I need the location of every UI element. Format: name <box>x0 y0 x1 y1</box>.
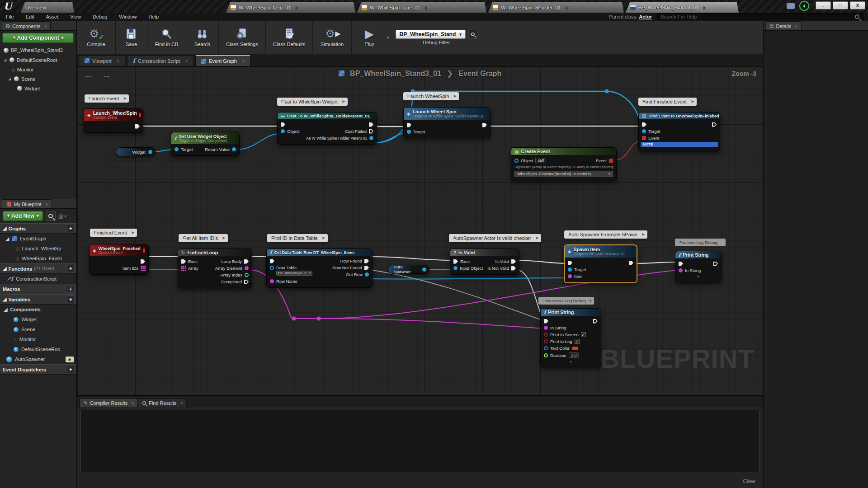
add-component-button[interactable]: + Add Component ▾ <box>2 33 74 43</box>
event-delegate-out-pin[interactable] <box>609 159 613 163</box>
comment-get-all[interactable]: Get All item ID's➤ <box>179 234 228 242</box>
add-variable-button[interactable]: + <box>67 296 75 303</box>
variable-scene[interactable]: Scene <box>0 324 76 334</box>
close-icon[interactable]: x <box>703 5 705 10</box>
node-foreachloop[interactable]: ↻ ForEachLoop Exec Loop Body Array Array… <box>178 249 252 288</box>
tab-viewport[interactable]: Viewport x <box>79 55 125 66</box>
variable-autospawner[interactable]: AutoSpawner ◉ <box>0 354 76 364</box>
close-icon[interactable]: x <box>132 400 134 405</box>
comment-finished-event[interactable]: Finished Event➤ <box>90 229 137 237</box>
close-icon[interactable]: x <box>242 59 245 64</box>
node-get-data-table-row[interactable]: f Get Data Table Row DT_WheelSpin_Items … <box>266 249 373 288</box>
object-value-box[interactable]: self <box>535 158 546 163</box>
pin-icon[interactable]: ➤ <box>690 99 694 104</box>
exec-out-pin[interactable] <box>712 122 717 127</box>
add-function-button[interactable]: + <box>67 265 75 272</box>
pin-icon[interactable]: ➤ <box>131 230 134 235</box>
menu-edit[interactable]: Edit <box>20 14 40 19</box>
close-icon[interactable]: x <box>795 23 797 28</box>
subsection-components[interactable]: ◢ Components <box>0 305 76 314</box>
comment-launch-wheelspin[interactable]: Launch WheelSpin➤ <box>403 92 459 100</box>
tab-my-blueprint-panel[interactable]: 📕 My Blueprint x <box>2 199 52 208</box>
section-functions[interactable]: ◢ Functions (21 Overri + <box>0 263 76 274</box>
comment-success-log[interactable]: Success Log Debug <box>675 239 726 246</box>
event-signature-dropdown[interactable]: WheelSpin_Finished(ItemIDs) -> ItemIDs ▾ <box>514 171 613 177</box>
marketplace-icon[interactable]: ♦ <box>799 1 809 11</box>
duration-value-box[interactable]: 1.0 <box>569 352 579 358</box>
node-launch-wheelspin-event[interactable]: ◈ Launch_WheelSpin Custom Event <box>84 108 143 133</box>
object-out-pin[interactable] <box>422 267 426 272</box>
close-icon[interactable]: x <box>117 58 119 63</box>
row-not-found-out-pin[interactable] <box>364 266 369 270</box>
pin-icon[interactable]: ➤ <box>341 99 345 104</box>
comment-bind-finished[interactable]: Bind Finished Event➤ <box>638 98 697 106</box>
node-cast-to-whilespine-holderparent[interactable]: ▸▸ Cast To W_WhileSpine_HolderParent_01 … <box>277 112 377 145</box>
add-graph-button[interactable]: + <box>67 225 75 232</box>
parent-class-link[interactable]: Actor <box>639 14 652 19</box>
input-object-in-pin[interactable] <box>453 266 458 270</box>
add-macro-button[interactable]: + <box>67 285 75 293</box>
node-get-user-widget[interactable]: f Get User Widget Object Target is Widge… <box>171 132 240 156</box>
itemids-array-out-pin[interactable] <box>141 266 142 267</box>
node-auto-spawner-getter[interactable]: Auto Spawner <box>388 265 429 274</box>
item-constructionscript[interactable]: ↗f ConstructionScript <box>0 274 76 284</box>
menu-asset[interactable]: Asset <box>40 14 65 19</box>
node-create-event[interactable]: ▤ Create Event Object self Event Signatu… <box>511 147 617 181</box>
exec-in-pin[interactable] <box>568 261 572 265</box>
play-button[interactable]: ▶ Play <box>352 21 387 54</box>
pin-icon[interactable]: ▾ <box>590 298 592 303</box>
in-string-in-pin[interactable] <box>679 268 683 272</box>
search-button[interactable]: Search <box>186 21 219 54</box>
print-to-log-checkbox[interactable]: ✓ <box>575 339 580 344</box>
exec-in-pin[interactable] <box>407 123 411 127</box>
component-widget[interactable]: Widget <box>0 84 76 93</box>
node-print-string-success[interactable]: f Print String In String ▾ <box>675 251 722 282</box>
class-settings-button[interactable]: Class Settings <box>219 21 266 54</box>
pin-icon[interactable]: ➤ <box>123 96 127 101</box>
comment-unsuccess-log[interactable]: Unsuccess Log Debug▾ <box>538 297 594 305</box>
event-delegate-in-pin[interactable] <box>642 136 646 140</box>
note-bar[interactable]: NOTE <box>641 142 718 147</box>
tab-details[interactable]: ▤ Details x <box>765 21 802 30</box>
exec-out-pin[interactable] <box>629 261 633 265</box>
in-string-in-pin[interactable] <box>544 326 548 330</box>
target-in-pin[interactable] <box>568 267 572 272</box>
close-icon[interactable]: x <box>46 202 48 206</box>
component-defaultsceneroot[interactable]: ◢ DefaultSceneRoot <box>0 55 76 65</box>
is-valid-out-pin[interactable] <box>511 259 516 264</box>
pin-icon[interactable]: ➤ <box>222 235 226 240</box>
exec-in-pin[interactable] <box>281 122 285 127</box>
close-icon[interactable]: x <box>566 5 568 10</box>
component-root-item[interactable]: BP_WheelSpin_Stand3 <box>0 46 76 55</box>
node-widget-getter[interactable]: Widget <box>116 147 156 156</box>
comment-find-id[interactable]: Find ID in Data Table➤ <box>267 234 328 242</box>
item-launch-wheelspin[interactable]: ◇ Launch_WheelSp <box>0 244 76 253</box>
tab-components-panel[interactable]: ☊ Components x <box>2 21 51 30</box>
exec-out-pin[interactable] <box>482 123 487 127</box>
text-color-in-pin[interactable] <box>544 346 548 350</box>
target-in-pin[interactable] <box>642 129 646 133</box>
close-icon[interactable]: x <box>296 5 298 10</box>
variable-widget[interactable]: Widget <box>0 314 76 324</box>
cast-failed-out-pin[interactable] <box>369 129 373 134</box>
feedback-icon[interactable] <box>787 3 795 9</box>
pin-icon[interactable]: ➤ <box>321 235 325 240</box>
section-graphs[interactable]: ◢ Graphs + <box>0 223 76 234</box>
completed-out-pin[interactable] <box>244 280 249 284</box>
menu-debug[interactable]: Debug <box>87 14 113 19</box>
close-button[interactable]: X <box>850 1 865 9</box>
tab-w-whilespin-line[interactable]: W_WhileSpin_Line_01 x <box>357 2 486 13</box>
print-to-log-in-pin[interactable] <box>544 339 548 343</box>
exec-out-pin[interactable] <box>369 122 373 127</box>
menu-file[interactable]: File <box>0 14 20 19</box>
pin-icon[interactable]: ➤ <box>453 94 457 99</box>
target-in-pin[interactable] <box>175 147 179 151</box>
debug-search-button[interactable] <box>468 30 477 39</box>
tab-overview[interactable]: Overview <box>21 2 74 13</box>
array-element-out-pin[interactable] <box>245 266 249 270</box>
blueprint-search-button[interactable] <box>46 211 56 221</box>
close-icon[interactable]: x <box>185 58 188 63</box>
visibility-filter-button[interactable]: ◎ ▾ <box>58 213 66 220</box>
add-new-button[interactable]: + Add New ▾ <box>3 211 43 221</box>
compiler-results-output[interactable] <box>80 410 760 472</box>
